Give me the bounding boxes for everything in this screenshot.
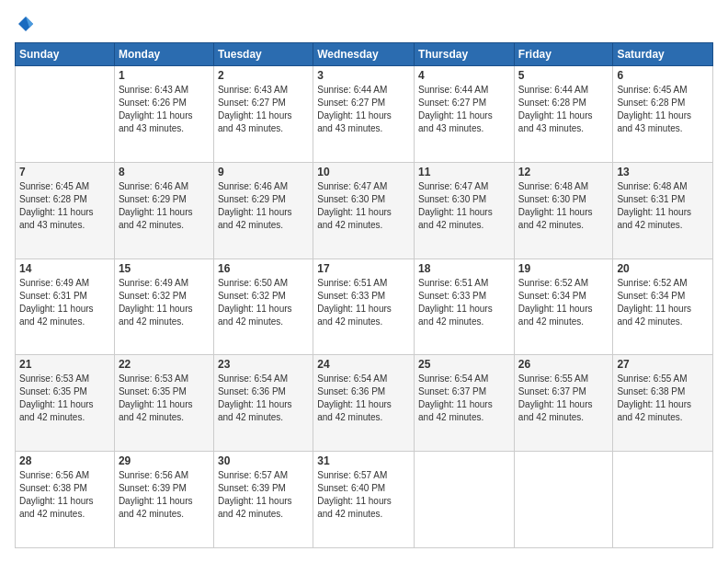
day-header-wednesday: Wednesday <box>313 43 415 66</box>
day-info: Sunrise: 6:52 AM Sunset: 6:34 PM Dayligh… <box>518 277 609 328</box>
day-number: 11 <box>418 166 510 178</box>
day-number: 1 <box>119 69 210 82</box>
calendar-cell: 17Sunrise: 6:51 AM Sunset: 6:33 PM Dayli… <box>313 259 415 355</box>
calendar-cell: 8Sunrise: 6:46 AM Sunset: 6:29 PM Daylig… <box>114 162 213 259</box>
day-number: 9 <box>218 166 309 178</box>
day-number: 2 <box>218 69 309 82</box>
day-header-tuesday: Tuesday <box>213 43 313 66</box>
calendar-header-row: SundayMondayTuesdayWednesdayThursdayFrid… <box>16 43 713 66</box>
calendar-week-row: 14Sunrise: 6:49 AM Sunset: 6:31 PM Dayli… <box>16 259 713 355</box>
day-info: Sunrise: 6:53 AM Sunset: 6:35 PM Dayligh… <box>119 373 210 424</box>
day-number: 22 <box>119 358 210 371</box>
calendar-cell: 5Sunrise: 6:44 AM Sunset: 6:28 PM Daylig… <box>514 66 613 163</box>
day-number: 31 <box>317 454 410 467</box>
day-info: Sunrise: 6:51 AM Sunset: 6:33 PM Dayligh… <box>317 277 410 328</box>
day-header-thursday: Thursday <box>415 43 515 66</box>
calendar-cell <box>514 452 613 548</box>
day-number: 7 <box>19 166 110 178</box>
calendar-cell: 22Sunrise: 6:53 AM Sunset: 6:35 PM Dayli… <box>114 355 213 452</box>
calendar-cell: 3Sunrise: 6:44 AM Sunset: 6:27 PM Daylig… <box>313 66 415 163</box>
calendar-cell: 13Sunrise: 6:48 AM Sunset: 6:31 PM Dayli… <box>613 162 713 259</box>
calendar-cell: 19Sunrise: 6:52 AM Sunset: 6:34 PM Dayli… <box>514 259 613 355</box>
calendar-cell: 30Sunrise: 6:57 AM Sunset: 6:39 PM Dayli… <box>213 452 313 548</box>
day-number: 23 <box>218 358 309 371</box>
day-info: Sunrise: 6:44 AM Sunset: 6:27 PM Dayligh… <box>418 84 510 135</box>
calendar-week-row: 21Sunrise: 6:53 AM Sunset: 6:35 PM Dayli… <box>16 355 713 452</box>
day-number: 10 <box>317 166 410 178</box>
calendar-cell <box>16 66 115 163</box>
calendar-cell: 25Sunrise: 6:54 AM Sunset: 6:37 PM Dayli… <box>415 355 515 452</box>
day-info: Sunrise: 6:43 AM Sunset: 6:27 PM Dayligh… <box>218 84 309 135</box>
calendar-cell: 11Sunrise: 6:47 AM Sunset: 6:30 PM Dayli… <box>415 162 515 259</box>
day-number: 12 <box>518 166 609 178</box>
calendar-cell: 6Sunrise: 6:45 AM Sunset: 6:28 PM Daylig… <box>613 66 713 163</box>
header <box>15 15 713 33</box>
day-number: 18 <box>418 262 510 275</box>
day-info: Sunrise: 6:43 AM Sunset: 6:26 PM Dayligh… <box>119 84 210 135</box>
calendar-cell: 16Sunrise: 6:50 AM Sunset: 6:32 PM Dayli… <box>213 259 313 355</box>
calendar-cell <box>415 452 515 548</box>
day-info: Sunrise: 6:49 AM Sunset: 6:31 PM Dayligh… <box>19 277 110 328</box>
day-header-sunday: Sunday <box>16 43 115 66</box>
day-info: Sunrise: 6:46 AM Sunset: 6:29 PM Dayligh… <box>218 180 309 232</box>
day-number: 29 <box>119 454 210 467</box>
calendar: SundayMondayTuesdayWednesdayThursdayFrid… <box>15 42 713 548</box>
day-number: 17 <box>317 262 410 275</box>
day-number: 4 <box>418 69 510 82</box>
day-number: 8 <box>119 166 210 178</box>
page: SundayMondayTuesdayWednesdayThursdayFrid… <box>0 0 728 563</box>
day-number: 27 <box>617 358 709 371</box>
day-number: 14 <box>19 262 110 275</box>
day-number: 16 <box>218 262 309 275</box>
day-number: 3 <box>317 69 410 82</box>
day-info: Sunrise: 6:47 AM Sunset: 6:30 PM Dayligh… <box>317 180 410 232</box>
day-info: Sunrise: 6:45 AM Sunset: 6:28 PM Dayligh… <box>617 84 709 135</box>
day-info: Sunrise: 6:56 AM Sunset: 6:39 PM Dayligh… <box>119 469 210 521</box>
calendar-cell: 1Sunrise: 6:43 AM Sunset: 6:26 PM Daylig… <box>114 66 213 163</box>
day-info: Sunrise: 6:52 AM Sunset: 6:34 PM Dayligh… <box>617 277 709 328</box>
day-info: Sunrise: 6:57 AM Sunset: 6:40 PM Dayligh… <box>317 469 410 521</box>
day-number: 5 <box>518 69 609 82</box>
day-number: 21 <box>19 358 110 371</box>
calendar-cell: 2Sunrise: 6:43 AM Sunset: 6:27 PM Daylig… <box>213 66 313 163</box>
calendar-cell: 24Sunrise: 6:54 AM Sunset: 6:36 PM Dayli… <box>313 355 415 452</box>
calendar-cell: 23Sunrise: 6:54 AM Sunset: 6:36 PM Dayli… <box>213 355 313 452</box>
day-number: 26 <box>518 358 609 371</box>
calendar-cell: 18Sunrise: 6:51 AM Sunset: 6:33 PM Dayli… <box>415 259 515 355</box>
day-info: Sunrise: 6:49 AM Sunset: 6:32 PM Dayligh… <box>119 277 210 328</box>
calendar-week-row: 7Sunrise: 6:45 AM Sunset: 6:28 PM Daylig… <box>16 162 713 259</box>
calendar-week-row: 28Sunrise: 6:56 AM Sunset: 6:38 PM Dayli… <box>16 452 713 548</box>
day-info: Sunrise: 6:47 AM Sunset: 6:30 PM Dayligh… <box>418 180 510 232</box>
day-number: 25 <box>418 358 510 371</box>
calendar-cell: 27Sunrise: 6:55 AM Sunset: 6:38 PM Dayli… <box>613 355 713 452</box>
day-info: Sunrise: 6:48 AM Sunset: 6:31 PM Dayligh… <box>617 180 709 232</box>
day-info: Sunrise: 6:46 AM Sunset: 6:29 PM Dayligh… <box>119 180 210 232</box>
day-header-monday: Monday <box>114 43 213 66</box>
day-info: Sunrise: 6:54 AM Sunset: 6:36 PM Dayligh… <box>218 373 309 424</box>
calendar-cell: 12Sunrise: 6:48 AM Sunset: 6:30 PM Dayli… <box>514 162 613 259</box>
calendar-cell: 28Sunrise: 6:56 AM Sunset: 6:38 PM Dayli… <box>16 452 115 548</box>
calendar-cell: 7Sunrise: 6:45 AM Sunset: 6:28 PM Daylig… <box>16 162 115 259</box>
day-info: Sunrise: 6:55 AM Sunset: 6:38 PM Dayligh… <box>617 373 709 424</box>
calendar-cell: 10Sunrise: 6:47 AM Sunset: 6:30 PM Dayli… <box>313 162 415 259</box>
day-info: Sunrise: 6:51 AM Sunset: 6:33 PM Dayligh… <box>418 277 510 328</box>
day-info: Sunrise: 6:54 AM Sunset: 6:37 PM Dayligh… <box>418 373 510 424</box>
day-number: 20 <box>617 262 709 275</box>
day-info: Sunrise: 6:55 AM Sunset: 6:37 PM Dayligh… <box>518 373 609 424</box>
day-number: 24 <box>317 358 410 371</box>
logo <box>15 15 35 33</box>
calendar-cell: 15Sunrise: 6:49 AM Sunset: 6:32 PM Dayli… <box>114 259 213 355</box>
day-info: Sunrise: 6:45 AM Sunset: 6:28 PM Dayligh… <box>19 180 110 232</box>
day-info: Sunrise: 6:53 AM Sunset: 6:35 PM Dayligh… <box>19 373 110 424</box>
day-header-saturday: Saturday <box>613 43 713 66</box>
calendar-cell: 14Sunrise: 6:49 AM Sunset: 6:31 PM Dayli… <box>16 259 115 355</box>
day-number: 19 <box>518 262 609 275</box>
day-info: Sunrise: 6:50 AM Sunset: 6:32 PM Dayligh… <box>218 277 309 328</box>
day-info: Sunrise: 6:56 AM Sunset: 6:38 PM Dayligh… <box>19 469 110 521</box>
day-number: 6 <box>617 69 709 82</box>
calendar-week-row: 1Sunrise: 6:43 AM Sunset: 6:26 PM Daylig… <box>16 66 713 163</box>
calendar-cell: 26Sunrise: 6:55 AM Sunset: 6:37 PM Dayli… <box>514 355 613 452</box>
calendar-cell: 9Sunrise: 6:46 AM Sunset: 6:29 PM Daylig… <box>213 162 313 259</box>
calendar-cell: 21Sunrise: 6:53 AM Sunset: 6:35 PM Dayli… <box>16 355 115 452</box>
logo-icon <box>17 15 35 33</box>
